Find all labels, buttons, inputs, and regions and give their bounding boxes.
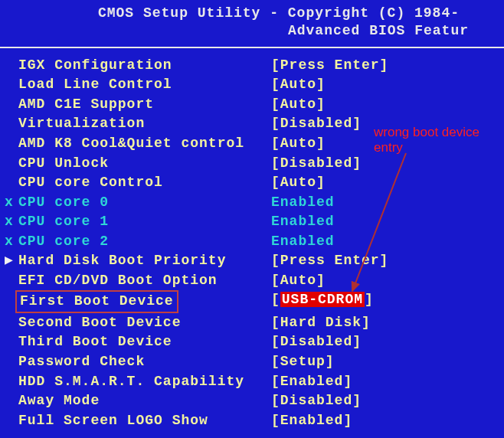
annotation-text-2: entry — [374, 140, 403, 155]
setting-label: AMD C1E Support — [18, 95, 271, 115]
settings-list: IGX Configuration[Press Enter]Load Line … — [0, 56, 504, 430]
setting-row[interactable]: ▶Hard Disk Boot Priority[Press Enter] — [5, 251, 504, 271]
setting-value: Enabled — [271, 232, 335, 252]
setting-label: HDD S.M.A.R.T. Capability — [18, 372, 271, 392]
setting-row[interactable]: CPU Unlock[Disabled] — [5, 154, 504, 174]
setting-row[interactable]: EFI CD/DVD Boot Option[Auto] — [5, 271, 504, 291]
setting-label: Password Check — [18, 352, 271, 372]
row-marker: ▶ — [5, 251, 18, 271]
row-marker — [5, 95, 18, 115]
annotation-text-1: wrong boot device — [374, 125, 479, 140]
setting-value: [Press Enter] — [271, 56, 388, 76]
setting-row[interactable]: xCPU core 0 Enabled — [5, 193, 504, 213]
setting-label: CPU core 1 — [18, 212, 271, 232]
setting-row[interactable]: xCPU core 2 Enabled — [5, 232, 504, 252]
header-divider — [0, 47, 504, 48]
setting-value: [Disabled] — [271, 154, 362, 174]
setting-label: Hard Disk Boot Priority — [18, 251, 271, 271]
setting-label: AMD K8 Cool&Quiet control — [18, 134, 271, 154]
setting-label: Load Line Control — [18, 75, 271, 95]
setting-value: Enabled — [271, 193, 335, 213]
highlight-box: First Boot Device — [15, 290, 178, 313]
setting-row[interactable]: Third Boot Device[Disabled] — [5, 332, 504, 352]
setting-value: [Enabled] — [271, 372, 352, 392]
setting-label: Virtualization — [18, 114, 271, 134]
setting-value: [Disabled] — [271, 332, 362, 352]
setting-label: Third Boot Device — [18, 332, 271, 352]
setting-label: First Boot Device — [18, 290, 271, 313]
setting-row[interactable]: Full Screen LOGO Show[Enabled] — [5, 411, 504, 431]
row-marker — [5, 173, 18, 193]
row-marker — [5, 332, 18, 352]
setting-label: CPU Unlock — [18, 154, 271, 174]
setting-value: [Enabled] — [271, 411, 352, 431]
setting-value: Enabled — [271, 212, 335, 232]
setting-label: Full Screen LOGO Show — [18, 411, 271, 431]
setting-row[interactable]: Second Boot Device[Hard Disk] — [5, 313, 504, 333]
setting-value: [Disabled] — [271, 391, 362, 411]
row-marker — [5, 271, 18, 291]
row-marker — [5, 134, 18, 154]
row-marker — [5, 75, 18, 95]
header-title: CMOS Setup Utility - Copyright (C) 1984- — [0, 5, 504, 22]
setting-value: [Auto] — [271, 271, 326, 291]
bios-header: CMOS Setup Utility - Copyright (C) 1984-… — [0, 0, 504, 44]
header-subtitle: Advanced BIOS Featur — [0, 22, 504, 40]
row-marker — [5, 56, 18, 76]
setting-value: [Auto] — [271, 173, 326, 193]
row-marker — [5, 154, 18, 174]
row-marker — [5, 352, 18, 372]
setting-value: [Press Enter] — [271, 251, 388, 271]
setting-value: [Auto] — [271, 75, 326, 95]
setting-value: [USB-CDROM] — [271, 290, 374, 313]
row-marker — [5, 372, 18, 392]
row-marker: x — [5, 193, 18, 213]
setting-row[interactable]: AMD C1E Support[Auto] — [5, 95, 504, 115]
setting-label: CPU core 2 — [18, 232, 271, 252]
row-marker — [5, 391, 18, 411]
setting-value: [Auto] — [271, 95, 326, 115]
setting-row[interactable]: xCPU core 1 Enabled — [5, 212, 504, 232]
setting-value: [Auto] — [271, 134, 326, 154]
setting-value: [Hard Disk] — [271, 313, 371, 333]
setting-label: Away Mode — [18, 391, 271, 411]
row-marker: x — [5, 212, 18, 232]
setting-row[interactable]: First Boot Device[USB-CDROM] — [5, 290, 504, 313]
setting-label: CPU core 0 — [18, 193, 271, 213]
setting-label: IGX Configuration — [18, 56, 271, 76]
setting-label: EFI CD/DVD Boot Option — [18, 271, 271, 291]
row-marker: x — [5, 232, 18, 252]
setting-row[interactable]: Away Mode[Disabled] — [5, 391, 504, 411]
setting-value: [Disabled] — [271, 114, 362, 134]
setting-label: Second Boot Device — [18, 313, 271, 333]
highlight-value: USB-CDROM — [280, 292, 365, 307]
row-marker — [5, 114, 18, 134]
setting-row[interactable]: CPU core Control[Auto] — [5, 173, 504, 193]
setting-value: [Setup] — [271, 352, 335, 372]
setting-row[interactable]: IGX Configuration[Press Enter] — [5, 56, 504, 76]
setting-label: CPU core Control — [18, 173, 271, 193]
row-marker — [5, 411, 18, 431]
setting-row[interactable]: Load Line Control[Auto] — [5, 75, 504, 95]
setting-row[interactable]: HDD S.M.A.R.T. Capability[Enabled] — [5, 372, 504, 392]
setting-row[interactable]: Password Check[Setup] — [5, 352, 504, 372]
row-marker — [5, 313, 18, 333]
